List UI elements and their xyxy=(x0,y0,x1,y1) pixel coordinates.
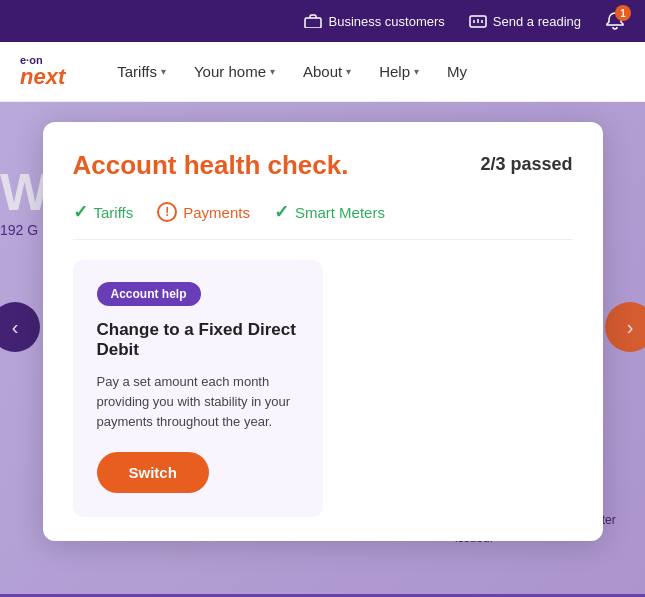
chevron-down-icon: ▾ xyxy=(346,66,351,77)
tariffs-check-label: Tariffs xyxy=(94,204,134,221)
logo[interactable]: e·on next xyxy=(20,55,65,88)
check-green-icon: ✓ xyxy=(73,201,88,223)
notification-count: 1 xyxy=(615,5,631,21)
nav-help-label: Help xyxy=(379,63,410,80)
nav-about-label: About xyxy=(303,63,342,80)
switch-button[interactable]: Switch xyxy=(97,452,209,493)
nav-my-label: My xyxy=(447,63,467,80)
check-payments: ! Payments xyxy=(157,202,250,222)
send-reading-label: Send a reading xyxy=(493,14,581,29)
chevron-down-icon: ▾ xyxy=(414,66,419,77)
nav-tariffs[interactable]: Tariffs ▾ xyxy=(105,55,178,88)
chevron-down-icon: ▾ xyxy=(270,66,275,77)
check-green-icon-2: ✓ xyxy=(274,201,289,223)
nav-bar: e·on next Tariffs ▾ Your home ▾ About ▾ … xyxy=(0,42,645,102)
card-description: Pay a set amount each month providing yo… xyxy=(97,372,299,432)
check-smart-meters: ✓ Smart Meters xyxy=(274,201,385,223)
svg-rect-0 xyxy=(305,18,321,28)
business-customers-label: Business customers xyxy=(328,14,444,29)
modal-passed: 2/3 passed xyxy=(480,154,572,175)
check-tariffs: ✓ Tariffs xyxy=(73,201,134,223)
nav-about[interactable]: About ▾ xyxy=(291,55,363,88)
nav-your-home[interactable]: Your home ▾ xyxy=(182,55,287,88)
account-help-card: Account help Change to a Fixed Direct De… xyxy=(73,260,323,517)
modal-overlay: Account health check. 2/3 passed ✓ Tarif… xyxy=(0,102,645,597)
warning-icon: ! xyxy=(157,202,177,222)
card-badge: Account help xyxy=(97,282,201,306)
nav-help[interactable]: Help ▾ xyxy=(367,55,431,88)
nav-your-home-label: Your home xyxy=(194,63,266,80)
meter-icon xyxy=(469,12,487,30)
card-title: Change to a Fixed Direct Debit xyxy=(97,320,299,360)
main-background: Wo 192 G Ac ‹ › t paym paymen ment is s … xyxy=(0,102,645,597)
nav-items: Tariffs ▾ Your home ▾ About ▾ Help ▾ My xyxy=(105,55,625,88)
nav-tariffs-label: Tariffs xyxy=(117,63,157,80)
logo-next: next xyxy=(20,66,65,88)
smart-meters-check-label: Smart Meters xyxy=(295,204,385,221)
top-bar: Business customers Send a reading 1 xyxy=(0,0,645,42)
modal-header: Account health check. 2/3 passed xyxy=(73,150,573,181)
business-customers-link[interactable]: Business customers xyxy=(304,12,444,30)
notifications-icon[interactable]: 1 xyxy=(605,11,625,31)
chevron-down-icon: ▾ xyxy=(161,66,166,77)
modal-checks: ✓ Tariffs ! Payments ✓ Smart Meters xyxy=(73,201,573,240)
payments-check-label: Payments xyxy=(183,204,250,221)
account-health-modal: Account health check. 2/3 passed ✓ Tarif… xyxy=(43,122,603,541)
modal-title: Account health check. xyxy=(73,150,349,181)
nav-my[interactable]: My xyxy=(435,55,479,88)
send-reading-link[interactable]: Send a reading xyxy=(469,12,581,30)
briefcase-icon xyxy=(304,12,322,30)
